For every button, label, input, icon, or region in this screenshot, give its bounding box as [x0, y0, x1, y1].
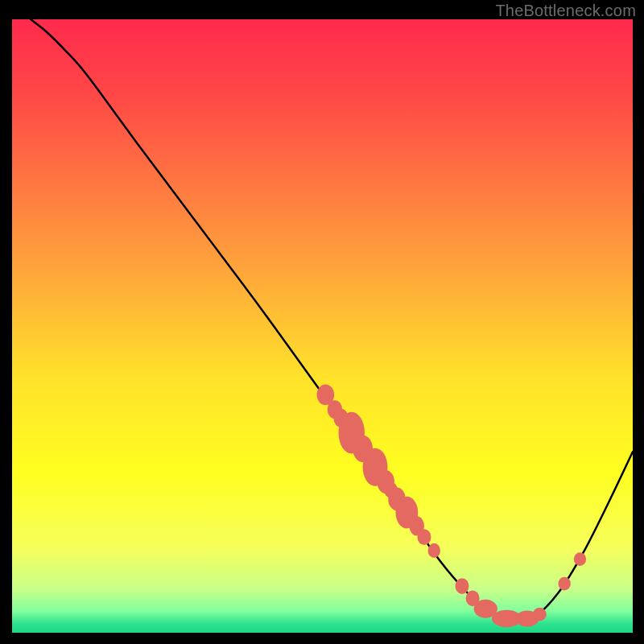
- chart-plot-area: [10, 18, 634, 634]
- chart-background-gradient: [12, 19, 633, 633]
- svg-point-19: [558, 577, 570, 591]
- svg-point-11: [417, 529, 431, 545]
- svg-point-18: [533, 608, 547, 621]
- chart-svg: [12, 19, 633, 633]
- svg-point-12: [428, 543, 440, 558]
- svg-point-20: [574, 552, 586, 566]
- svg-point-13: [455, 578, 469, 594]
